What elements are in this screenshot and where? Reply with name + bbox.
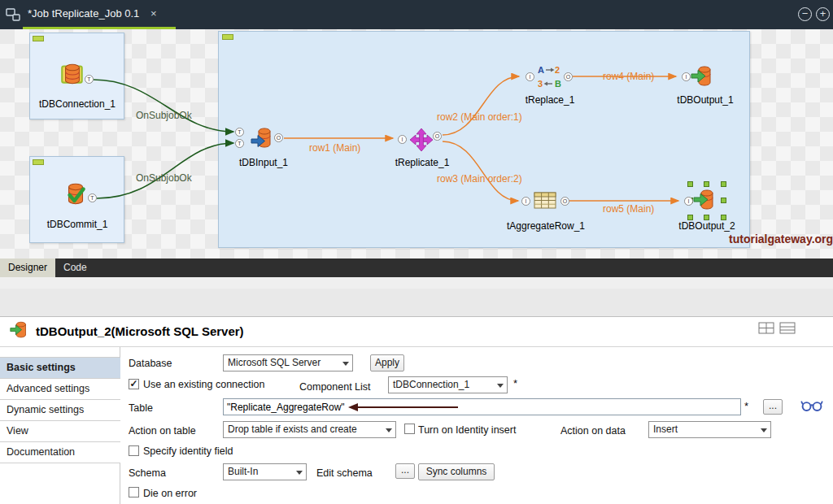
component-label[interactable]: tDBConnection_1	[31, 98, 124, 110]
sidebar-item-basic-settings[interactable]: Basic settings	[0, 358, 120, 379]
use-existing-connection-checkbox[interactable]	[129, 379, 139, 389]
design-canvas[interactable]: OnSubjobOk OnSubjobOk row1 (Main) row2 (…	[0, 29, 833, 259]
row1-label[interactable]: row1 (Main)	[309, 142, 360, 154]
action-on-data-select[interactable]: Insert	[648, 421, 771, 438]
specify-identity-label: Specify identity field	[143, 445, 233, 457]
minimize-icon[interactable]: −	[798, 7, 812, 21]
component-header-icon	[10, 319, 31, 341]
port-trigger[interactable]: T	[235, 139, 244, 148]
port-output[interactable]: O	[274, 133, 283, 142]
port-input[interactable]: I	[521, 197, 530, 206]
selection-handle[interactable]	[687, 181, 693, 187]
component-label[interactable]: tDBOutput_1	[670, 94, 740, 106]
tdboutput2-icon[interactable]	[693, 187, 719, 213]
job-editor-tab-label: *Job tReplicate_Job 0.1	[28, 7, 139, 20]
selection-handle[interactable]	[704, 181, 709, 187]
table-input[interactable]	[224, 399, 740, 415]
tdbcommit-icon[interactable]	[62, 180, 89, 208]
use-existing-connection-label: Use an existing connection	[143, 379, 264, 390]
trigger-label-onsubjobok-2[interactable]: OnSubjobOk	[136, 172, 192, 184]
chevron-down-icon	[497, 384, 504, 388]
trigger-label-onsubjobok-1[interactable]: OnSubjobOk	[136, 110, 192, 121]
component-list-select[interactable]: tDBConnection_1	[388, 376, 508, 393]
subjob-collapse-tag[interactable]	[33, 159, 44, 165]
row3-label[interactable]: row3 (Main order:2)	[437, 173, 522, 185]
die-on-error-checkbox[interactable]	[129, 487, 139, 497]
database-select-value: Microsoft SQL Server	[228, 357, 321, 368]
table-field[interactable]	[223, 398, 741, 415]
edit-schema-button[interactable]: ...	[395, 463, 415, 479]
component-label[interactable]: tReplace_1	[515, 94, 585, 106]
port-output[interactable]: O	[433, 132, 442, 141]
row2-label[interactable]: row2 (Main order:1)	[437, 111, 522, 123]
selection-handle[interactable]	[721, 215, 726, 220]
port-trigger[interactable]: T	[88, 193, 97, 202]
settings-sidebar: Basic settings Advanced settings Dynamic…	[0, 347, 120, 504]
component-title: tDBOutput_2(Microsoft SQL Server)	[36, 324, 244, 338]
subjob-main[interactable]	[218, 31, 750, 248]
required-marker: *	[744, 400, 748, 412]
identity-insert-checkbox[interactable]	[404, 424, 415, 434]
close-icon[interactable]: ×	[150, 7, 157, 20]
subjob-collapse-tag[interactable]	[33, 36, 44, 41]
apply-button[interactable]: Apply	[370, 354, 404, 371]
sidebar-item-dynamic-settings[interactable]: Dynamic settings	[0, 400, 120, 421]
component-label[interactable]: tDBOutput_2	[672, 220, 742, 232]
maximize-icon[interactable]: +	[816, 7, 830, 21]
port-input[interactable]: I	[682, 72, 691, 81]
sync-columns-button[interactable]: Sync columns	[418, 463, 495, 480]
tab-designer[interactable]: Designer	[0, 259, 55, 277]
table-browse-button[interactable]: ...	[763, 399, 783, 415]
job-editor-tab[interactable]: *Job tReplicate_Job 0.1 ×	[23, 0, 176, 29]
action-on-table-select[interactable]: Drop table if exists and create	[223, 421, 396, 438]
row5-label[interactable]: row5 (Main)	[603, 203, 654, 215]
taggregaterow-icon[interactable]	[532, 187, 558, 213]
tdbinput-icon[interactable]	[251, 125, 277, 151]
view-tab-bar: DesignerCode	[0, 259, 833, 277]
subjob-collapse-tag[interactable]	[222, 34, 233, 40]
tab-code[interactable]: Code	[55, 259, 95, 277]
row4-label[interactable]: row4 (Main)	[603, 71, 654, 82]
header-divider	[0, 346, 833, 347]
identity-insert-label: Turn on Identity insert	[418, 424, 516, 436]
tdbconnection-icon[interactable]	[59, 60, 86, 88]
component-label[interactable]: tDBCommit_1	[31, 219, 124, 230]
selection-handle[interactable]	[721, 181, 726, 187]
specify-identity-checkbox[interactable]	[129, 445, 139, 456]
port-input[interactable]: I	[526, 72, 534, 81]
talend-studio-window: *Job tReplicate_Job 0.1 × − +	[0, 0, 833, 504]
port-input[interactable]: I	[398, 135, 407, 144]
table-label: Table	[129, 402, 153, 414]
component-label[interactable]: tDBInput_1	[231, 157, 296, 168]
tdboutput1-icon[interactable]	[691, 63, 717, 89]
sidebar-item-documentation[interactable]: Documentation	[0, 442, 120, 463]
schema-select[interactable]: Built-In	[223, 463, 307, 480]
title-bar: *Job tReplicate_Job 0.1 × − +	[0, 0, 833, 29]
selection-handle[interactable]	[721, 198, 726, 203]
chevron-down-icon	[761, 428, 767, 432]
sidebar-item-view[interactable]: View	[0, 421, 120, 442]
job-window-icon	[6, 7, 20, 22]
grid-layout-icon[interactable]	[758, 322, 774, 335]
treplicate-icon[interactable]	[408, 127, 434, 153]
component-list-value: tDBConnection_1	[393, 379, 469, 390]
edit-schema-label: Edit schema	[316, 467, 373, 479]
chevron-down-icon	[386, 428, 392, 432]
chevron-down-icon	[296, 471, 303, 475]
port-trigger[interactable]: T	[235, 128, 244, 137]
required-marker: *	[513, 377, 517, 389]
port-output[interactable]: O	[560, 197, 569, 206]
sql-builder-glasses-icon[interactable]	[800, 398, 823, 413]
port-output[interactable]: O	[564, 72, 573, 81]
port-input[interactable]: I	[684, 197, 693, 206]
component-label[interactable]: tAggregateRow_1	[498, 220, 594, 232]
database-select[interactable]: Microsoft SQL Server	[223, 354, 353, 371]
treplace-icon[interactable]: A 2 3 B	[536, 63, 562, 89]
component-label[interactable]: tReplicate_1	[387, 157, 457, 168]
selection-handle[interactable]	[704, 215, 709, 220]
selection-handle[interactable]	[687, 215, 693, 220]
rows-layout-icon[interactable]	[779, 322, 796, 335]
database-label: Database	[129, 358, 172, 369]
sidebar-item-advanced-settings[interactable]: Advanced settings	[0, 379, 120, 400]
port-trigger[interactable]: T	[85, 75, 94, 84]
